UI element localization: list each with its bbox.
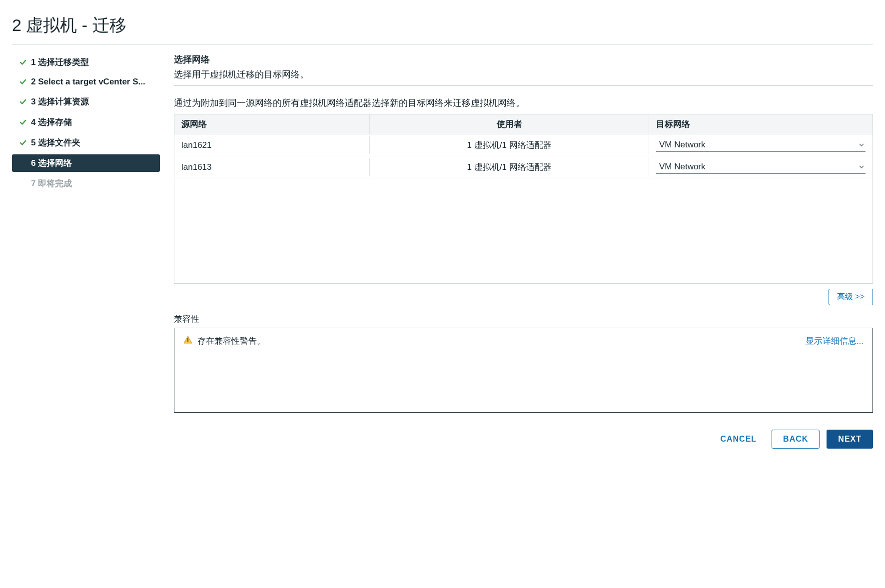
step-label: 4 选择存储 xyxy=(31,116,72,128)
wizard-steps: 1 选择迁移类型 2 Select a target vCenter S... … xyxy=(12,53,160,449)
step-4[interactable]: 4 选择存储 xyxy=(12,113,160,131)
destination-network-select[interactable]: VM Network xyxy=(656,160,866,174)
step-label: 1 选择迁移类型 xyxy=(31,56,89,68)
next-button[interactable]: NEXT xyxy=(827,430,873,449)
checkmark-icon xyxy=(19,119,27,126)
step-5[interactable]: 5 选择文件夹 xyxy=(12,134,160,151)
col-header-destination[interactable]: 目标网络 xyxy=(649,114,873,134)
step-7-pending: 7 即将完成 xyxy=(12,175,160,192)
network-table: 源网络 使用者 目标网络 lan1621 1 虚拟机/1 网络适配器 VM Ne… xyxy=(174,114,873,284)
section-divider xyxy=(174,85,873,86)
checkmark-icon xyxy=(19,139,27,146)
step-label: 7 即将完成 xyxy=(31,178,72,189)
step-2[interactable]: 2 Select a target vCenter S... xyxy=(12,74,160,90)
cell-source: lan1621 xyxy=(174,136,370,154)
advanced-button[interactable]: 高级 >> xyxy=(829,289,873,305)
step-3[interactable]: 3 选择计算资源 xyxy=(12,93,160,110)
back-button[interactable]: BACK xyxy=(772,430,820,449)
wizard-footer: CANCEL BACK NEXT xyxy=(174,430,873,449)
cell-usedby: 1 虚拟机/1 网络适配器 xyxy=(370,157,649,177)
section-description: 选择用于虚拟机迁移的目标网络。 xyxy=(174,68,873,80)
select-value: VM Network xyxy=(659,140,706,150)
cell-usedby: 1 虚拟机/1 网络适配器 xyxy=(370,135,649,155)
section-title: 选择网络 xyxy=(174,53,873,65)
step-1[interactable]: 1 选择迁移类型 xyxy=(12,53,160,71)
step-label: 6 选择网络 xyxy=(31,157,72,169)
title-divider xyxy=(12,44,873,44)
dialog-title: 2 虚拟机 - 迁移 xyxy=(12,14,873,37)
compatibility-label: 兼容性 xyxy=(174,313,873,325)
main-panel: 选择网络 选择用于虚拟机迁移的目标网络。 通过为附加到同一源网络的所有虚拟机网络… xyxy=(174,53,873,449)
checkmark-icon xyxy=(19,98,27,105)
compatibility-box: 存在兼容性警告。 显示详细信息... xyxy=(174,328,873,413)
step-label: 2 Select a target vCenter S... xyxy=(31,77,145,87)
col-header-source[interactable]: 源网络 xyxy=(174,114,370,134)
cell-source: lan1613 xyxy=(174,158,370,176)
table-header: 源网络 使用者 目标网络 xyxy=(174,114,873,134)
svg-rect-1 xyxy=(187,341,188,342)
destination-network-select[interactable]: VM Network xyxy=(656,138,866,152)
checkmark-icon xyxy=(19,59,27,66)
warning-icon xyxy=(183,335,192,347)
step-6-active[interactable]: 6 选择网络 xyxy=(12,154,160,172)
instruction-text: 通过为附加到同一源网络的所有虚拟机网络适配器选择新的目标网络来迁移虚拟机网络。 xyxy=(174,97,873,109)
select-value: VM Network xyxy=(659,162,706,172)
cancel-button[interactable]: CANCEL xyxy=(712,430,765,449)
col-header-usedby[interactable]: 使用者 xyxy=(370,114,649,134)
show-details-link[interactable]: 显示详细信息... xyxy=(806,335,864,347)
step-label: 5 选择文件夹 xyxy=(31,137,80,148)
step-label: 3 选择计算资源 xyxy=(31,96,89,107)
chevron-down-icon xyxy=(859,164,865,170)
chevron-down-icon xyxy=(859,142,865,148)
svg-rect-0 xyxy=(187,338,188,341)
table-row: lan1621 1 虚拟机/1 网络适配器 VM Network xyxy=(174,134,873,156)
checkmark-icon xyxy=(19,78,27,85)
compatibility-warning-text: 存在兼容性警告。 xyxy=(197,335,265,347)
table-row: lan1613 1 虚拟机/1 网络适配器 VM Network xyxy=(174,156,873,178)
